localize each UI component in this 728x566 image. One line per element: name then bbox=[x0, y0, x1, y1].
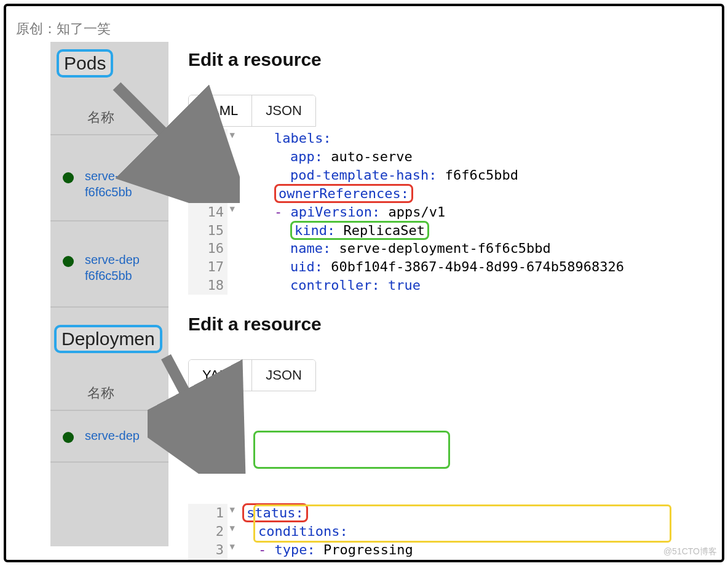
highlight-yellow-box bbox=[253, 504, 671, 543]
status-dot-icon bbox=[63, 432, 74, 443]
code-content: kind: ReplicaSet bbox=[228, 221, 429, 240]
fold-caret-icon[interactable]: ▼ bbox=[230, 541, 235, 552]
sidebar-title-pods[interactable]: Pods bbox=[57, 49, 113, 78]
sidebar-title-deployments-label: Deploymen bbox=[61, 329, 155, 349]
code-content: name: serve-deployment-f6f6c5bbd bbox=[228, 239, 551, 258]
line-number: 3▼ bbox=[188, 541, 228, 559]
pod-item[interactable]: serve-dep f6f6c5bb bbox=[63, 252, 140, 284]
code-content: status: 'True' bbox=[228, 559, 388, 562]
divider bbox=[50, 410, 168, 411]
status-dot-icon bbox=[63, 172, 74, 183]
line-number: 1▼ bbox=[188, 504, 228, 522]
divider bbox=[50, 306, 168, 308]
line-number: 10▼ bbox=[188, 129, 228, 148]
sidebar-name-header-top: 名称 bbox=[87, 108, 114, 127]
code-line[interactable]: 17uid: 60bf104f-3867-4b94-8d99-674b58968… bbox=[188, 258, 624, 276]
status-dot-icon bbox=[63, 256, 74, 267]
deployment-link[interactable]: serve-dep bbox=[85, 428, 140, 444]
panel-title-top: Edit a resource bbox=[188, 49, 624, 70]
tab-json[interactable]: JSON bbox=[251, 95, 315, 126]
pod-link[interactable]: serve-dep f6f6c5bb bbox=[85, 169, 140, 200]
tabs-bottom: YAML JSON bbox=[188, 359, 316, 391]
pod-link[interactable]: serve-dep f6f6c5bb bbox=[85, 252, 140, 284]
code-content: labels: bbox=[228, 129, 331, 148]
code-editor-top[interactable]: 10▼labels:11app: auto-serve12pod-templat… bbox=[188, 129, 624, 295]
code-line[interactable]: 18controller: true bbox=[188, 276, 624, 295]
deployment-item[interactable]: serve-dep bbox=[63, 428, 140, 444]
code-line[interactable]: 15kind: ReplicaSet bbox=[188, 221, 624, 240]
code-line[interactable]: 16name: serve-deployment-f6f6c5bbd bbox=[188, 239, 624, 258]
line-number: 17 bbox=[188, 258, 228, 276]
code-line[interactable]: 11app: auto-serve bbox=[188, 148, 624, 166]
code-content: pod-template-hash: f6f6c5bbd bbox=[228, 166, 518, 185]
fold-caret-icon[interactable]: ▼ bbox=[230, 129, 235, 141]
code-content: - apiVersion: apps/v1 bbox=[228, 203, 445, 221]
code-line[interactable]: 3▼- type: Progressing bbox=[188, 541, 665, 559]
divider bbox=[50, 461, 168, 463]
line-number: 12 bbox=[188, 166, 228, 185]
highlight-green-box bbox=[253, 431, 450, 469]
code-line[interactable]: 4status: 'True' bbox=[188, 559, 665, 562]
watermark: @51CTO博客 bbox=[663, 546, 717, 557]
code-editor-bottom[interactable]: 1▼status:2▼conditions:3▼- type: Progress… bbox=[188, 394, 665, 562]
code-content: app: auto-serve bbox=[228, 148, 413, 166]
fold-caret-icon[interactable]: ▼ bbox=[230, 504, 235, 516]
line-number: 13▼ bbox=[188, 185, 228, 203]
code-line[interactable]: 13▼ownerReferences: bbox=[188, 185, 624, 203]
panel-title-bottom: Edit a resource bbox=[188, 314, 665, 335]
code-content: ownerReferences: bbox=[228, 185, 413, 203]
line-number: 15 bbox=[188, 221, 228, 240]
fold-caret-icon[interactable]: ▼ bbox=[230, 203, 235, 215]
code-line[interactable]: 14▼- apiVersion: apps/v1 bbox=[188, 203, 624, 221]
pod-item[interactable]: serve-dep f6f6c5bb bbox=[63, 169, 140, 200]
code-line[interactable]: 12pod-template-hash: f6f6c5bbd bbox=[188, 166, 624, 185]
line-number: 11 bbox=[188, 148, 228, 166]
code-line[interactable]: 10▼labels: bbox=[188, 129, 624, 148]
code-content: - type: Progressing bbox=[228, 541, 413, 559]
screenshot-frame: 原创：知了一笑 Pods 名称 serve-dep f6f6c5bb serve… bbox=[4, 4, 724, 562]
line-number: 4 bbox=[188, 559, 228, 562]
line-number: 16 bbox=[188, 239, 228, 258]
line-number: 18 bbox=[188, 276, 228, 295]
tab-json[interactable]: JSON bbox=[251, 360, 315, 391]
edit-panel-top: Edit a resource YAML JSON 10▼labels:11ap… bbox=[188, 49, 624, 295]
code-content: uid: 60bf104f-3867-4b94-8d99-674b5896832… bbox=[228, 258, 624, 276]
code-content: controller: true bbox=[228, 276, 421, 295]
attribution-text: 原创：知了一笑 bbox=[16, 20, 111, 38]
sidebar-title-pods-label: Pods bbox=[64, 53, 106, 73]
divider bbox=[50, 134, 168, 135]
line-number: 2▼ bbox=[188, 522, 228, 541]
sidebar-title-deployments[interactable]: Deploymen bbox=[54, 325, 162, 353]
divider bbox=[50, 220, 168, 221]
sidebar-name-header-bottom: 名称 bbox=[87, 384, 114, 402]
sidebar: Pods 名称 serve-dep f6f6c5bb serve-dep f6f… bbox=[50, 42, 168, 546]
line-number: 14▼ bbox=[188, 203, 228, 221]
fold-caret-icon[interactable]: ▼ bbox=[230, 185, 235, 196]
tabs-top: YAML JSON bbox=[188, 95, 316, 127]
tab-yaml[interactable]: YAML bbox=[189, 360, 251, 391]
tab-yaml[interactable]: YAML bbox=[189, 95, 251, 126]
fold-caret-icon[interactable]: ▼ bbox=[230, 522, 235, 534]
edit-panel-bottom: Edit a resource YAML JSON 1▼status:2▼con… bbox=[188, 314, 665, 562]
